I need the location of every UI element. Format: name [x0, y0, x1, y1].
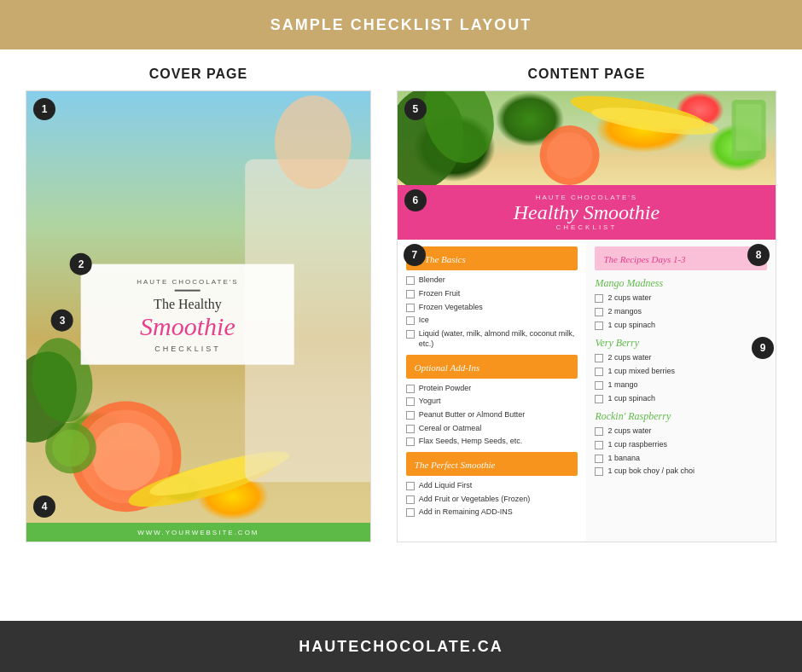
content-subtitle: CHECKLIST: [410, 223, 763, 231]
main-content: COVER PAGE 1: [0, 49, 802, 621]
list-item: 2 cups water: [595, 426, 767, 437]
content-brand: HAUTE CHOCOLATE'S: [410, 194, 763, 201]
cover-card: 2 HAUTE CHOCOLATE'S The Healthy 3 Smooth…: [81, 264, 294, 365]
cover-the: The Healthy: [98, 297, 277, 312]
list-item: Add Fruit or Vegetables (Frozen): [406, 495, 578, 505]
cover-section: COVER PAGE 1: [26, 67, 371, 604]
checkbox[interactable]: [406, 411, 415, 420]
recipe-title-berry: Very Berry: [595, 337, 767, 350]
svg-point-16: [546, 132, 592, 178]
cover-brand: HAUTE CHOCOLATE'S: [98, 278, 277, 286]
cover-page: 1: [26, 90, 371, 542]
item-text: 2 cups water: [607, 353, 651, 363]
item-text: Add in Remaining ADD-INS: [419, 507, 513, 518]
list-item: 1 cup raspberries: [595, 440, 767, 450]
checkbox[interactable]: [595, 322, 603, 330]
list-item: Cereal or Oatmeal: [406, 424, 578, 434]
checkbox[interactable]: [406, 437, 415, 446]
item-text: Frozen Fruit: [419, 289, 461, 299]
content-label: CONTENT PAGE: [397, 67, 776, 82]
cover-website: WWW.YOURWEBSITE.COM: [137, 529, 259, 536]
footer: HAUTECHOCOLATE.CA: [0, 621, 802, 672]
checkbox[interactable]: [595, 294, 603, 303]
badge-2: 2: [70, 253, 92, 275]
item-text: Peanut Butter or Almond Butter: [419, 410, 526, 420]
svg-point-15: [539, 125, 599, 185]
svg-rect-18: [735, 104, 761, 151]
basics-bar: The Basics: [406, 246, 578, 270]
item-text: Ice: [419, 316, 429, 326]
list-item: 2 cups water: [595, 353, 767, 363]
checkbox[interactable]: [406, 482, 415, 490]
page-title: SAMPLE CHECKLIST LAYOUT: [270, 16, 532, 34]
list-item: Frozen Fruit: [406, 289, 578, 299]
checkbox[interactable]: [595, 467, 603, 476]
checkbox[interactable]: [595, 381, 603, 390]
item-text: 1 banana: [607, 454, 640, 464]
svg-rect-17: [731, 100, 765, 159]
optional-bar: Optional Add-Ins: [406, 355, 578, 379]
list-item: Yogurt: [406, 397, 578, 407]
badge-3: 3: [51, 310, 73, 332]
item-text: Add Fruit or Vegetables (Frozen): [419, 495, 531, 505]
perfect-label: The Perfect Smoothie: [415, 460, 496, 470]
list-item: 1 cup spinach: [595, 394, 767, 404]
item-text: Yogurt: [419, 397, 441, 407]
checkbox[interactable]: [406, 495, 415, 504]
item-text: 2 cups water: [607, 293, 651, 304]
content-photo-header: 5: [398, 91, 776, 185]
item-text: 1 cup bok choy / pak choi: [607, 466, 694, 477]
list-item: Peanut Butter or Almond Butter: [406, 410, 578, 420]
checkbox[interactable]: [595, 427, 603, 436]
list-item: 1 cup mixed berries: [595, 367, 767, 377]
badge-7: 7: [404, 244, 426, 266]
checklist-area: 7 The Basics Blender Frozen Fruit: [398, 240, 776, 542]
checklist-left: 7 The Basics Blender Frozen Fruit: [398, 240, 587, 542]
checkbox[interactable]: [406, 397, 415, 406]
checkbox[interactable]: [595, 455, 603, 463]
item-text: 1 cup raspberries: [607, 440, 667, 450]
badge-6: 6: [404, 189, 427, 211]
perfect-section: The Perfect Smoothie: [406, 452, 578, 476]
checkbox[interactable]: [595, 368, 603, 376]
list-item: Add in Remaining ADD-INS: [406, 507, 578, 518]
checkbox[interactable]: [406, 290, 415, 298]
list-item: Frozen Vegetables: [406, 303, 578, 313]
cover-website-bar: WWW.YOURWEBSITE.COM: [26, 523, 370, 542]
checkbox[interactable]: [595, 354, 603, 362]
checkbox[interactable]: [406, 276, 415, 285]
recipe-title-raspberry: Rockin' Raspberry: [595, 410, 767, 423]
checkbox[interactable]: [406, 508, 415, 517]
content-page: 5: [397, 90, 776, 542]
list-item: 2 cups water: [595, 293, 767, 304]
cover-divider: [175, 290, 200, 292]
badge-5: 5: [404, 98, 427, 120]
checkbox[interactable]: [406, 304, 415, 312]
cover-subtitle: CHECKLIST: [98, 345, 277, 353]
list-item: Protein Powder: [406, 384, 578, 394]
svg-point-13: [568, 91, 706, 136]
item-text: Liquid (water, milk, almond milk, coconu…: [419, 329, 578, 349]
checkbox[interactable]: [406, 425, 415, 433]
recipes-header: 8 The Recipes Days 1-3: [595, 246, 767, 270]
svg-point-14: [590, 102, 719, 141]
item-text: 1 cup spinach: [607, 321, 655, 331]
checkbox[interactable]: [595, 395, 603, 403]
list-item: 1 mango: [595, 380, 767, 391]
top-bar: SAMPLE CHECKLIST LAYOUT: [0, 0, 802, 49]
list-item: 2 mangos: [595, 307, 767, 317]
checkbox[interactable]: [406, 330, 415, 339]
checkbox[interactable]: [595, 441, 603, 449]
checkbox[interactable]: [406, 316, 415, 325]
checkbox[interactable]: [406, 385, 415, 393]
list-item: Blender: [406, 275, 578, 286]
perfect-bar: The Perfect Smoothie: [406, 452, 578, 476]
item-text: Cereal or Oatmeal: [419, 424, 482, 434]
checklist-right: 8 The Recipes Days 1-3 Mango Madness 2 c…: [586, 240, 776, 542]
berry-section: 9 Very Berry: [595, 337, 767, 350]
item-text: 2 cups water: [607, 426, 651, 437]
checkbox[interactable]: [595, 308, 603, 316]
content-title: Healthy Smoothie: [410, 201, 763, 223]
item-text: 1 cup mixed berries: [607, 367, 675, 377]
item-text: Blender: [419, 275, 445, 286]
